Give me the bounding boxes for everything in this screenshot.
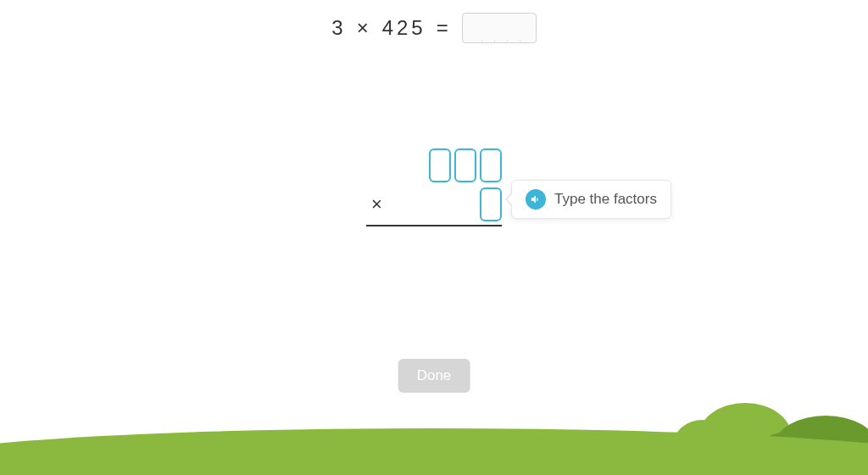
digit-input-tens[interactable] [454,148,476,182]
digit-input-ones[interactable] [480,148,502,182]
digit-input-multiplier[interactable] [480,187,502,221]
multiplication-workspace: × [366,148,502,226]
hint-text: Type the factors [554,191,657,208]
operator: × [357,16,372,40]
done-button[interactable]: Done [398,359,470,393]
equals-divider [366,225,502,226]
digit-input-hundreds[interactable] [429,148,451,182]
equals-sign: = [437,16,452,40]
answer-input[interactable] [462,13,537,43]
grass-wave [0,445,868,475]
audio-icon[interactable] [526,189,546,210]
grass-decoration [0,424,868,475]
factor-2: 425 [382,16,426,40]
bottom-factor-row: × [366,187,502,221]
times-sign: × [371,193,382,215]
equation-bar: 3 × 425 = [0,0,868,43]
top-factor-row [429,148,502,182]
hint-tooltip: Type the factors [511,180,671,219]
factor-1: 3 [331,16,346,40]
